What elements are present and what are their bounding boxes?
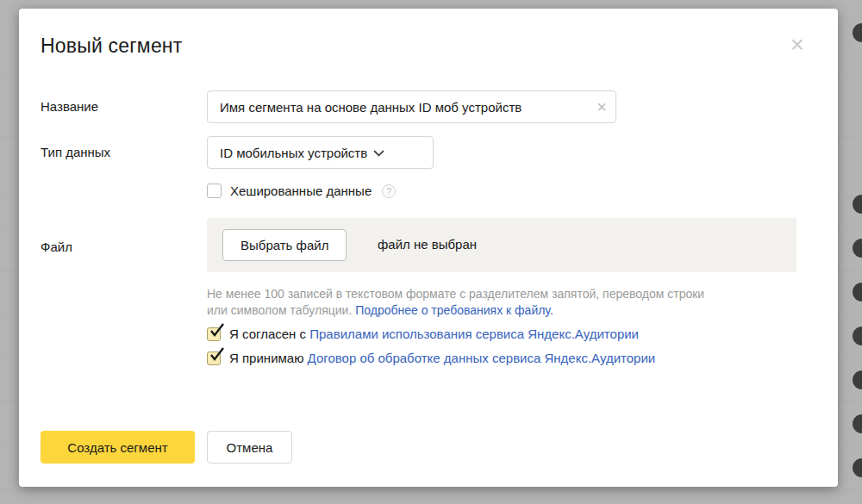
contract-link[interactable]: Договор об обработке данных сервиса Янде… [308, 351, 656, 365]
create-segment-button[interactable]: Создать сегмент [41, 431, 195, 464]
file-requirements-note: Не менее 100 записей в текстовом формате… [207, 286, 711, 319]
file-upload-area: Выбрать файл файл не выбран [207, 218, 796, 272]
screen: Новый сегмент × Название Имя сегмента на… [0, 0, 862, 504]
terms-checkbox[interactable] [207, 327, 221, 341]
background-count-badge [853, 283, 862, 302]
background-count-badge [853, 327, 862, 345]
segment-name-value: Имя сегмента на основе данных ID моб уст… [220, 100, 522, 115]
background-count-badge [853, 458, 862, 477]
background-count-badge [853, 195, 862, 214]
type-field-label: Тип данных [41, 145, 110, 159]
check-icon [209, 347, 226, 364]
close-icon[interactable]: × [786, 34, 809, 57]
file-requirements-link[interactable]: Подробнее о требованиях к файлу. [355, 303, 553, 317]
segment-name-input[interactable]: Имя сегмента на основе данных ID моб уст… [207, 90, 616, 123]
help-icon[interactable]: ? [382, 184, 396, 198]
terms-text: Я согласен с Правилами использования сер… [229, 326, 639, 343]
terms-agreement-row: Я согласен с Правилами использования сер… [207, 326, 639, 343]
hashed-data-label: Хешированные данные [230, 184, 372, 198]
background-count-badge [853, 239, 862, 258]
file-field-label: Файл [41, 240, 72, 254]
file-status-text: файл не выбран [378, 237, 477, 252]
name-field-label: Название [41, 99, 98, 114]
contract-text: Я принимаю Договор об обработке данных с… [229, 350, 655, 367]
choose-file-button[interactable]: Выбрать файл [222, 229, 347, 261]
data-type-select[interactable]: ID мобильных устройств [207, 136, 434, 169]
contract-agreement-row: Я принимаю Договор об обработке данных с… [207, 350, 655, 367]
background-row-divider [0, 489, 862, 490]
background-count-badge [853, 370, 862, 389]
terms-link[interactable]: Правилами использования сервиса Яндекс.А… [309, 327, 639, 341]
check-icon [209, 323, 226, 340]
contract-checkbox[interactable] [207, 352, 221, 365]
cancel-button[interactable]: Отмена [207, 431, 292, 464]
clear-input-icon[interactable]: × [597, 98, 607, 115]
hashed-data-checkbox[interactable] [207, 184, 222, 198]
background-count-badge [853, 23, 862, 42]
chevron-down-icon [373, 145, 384, 160]
modal-title: Новый сегмент [41, 34, 183, 58]
hashed-data-row: Хешированные данные ? [207, 184, 396, 198]
background-count-badge [853, 414, 862, 433]
data-type-value: ID мобильных устройств [220, 146, 367, 160]
new-segment-modal: Новый сегмент × Название Имя сегмента на… [19, 9, 838, 487]
